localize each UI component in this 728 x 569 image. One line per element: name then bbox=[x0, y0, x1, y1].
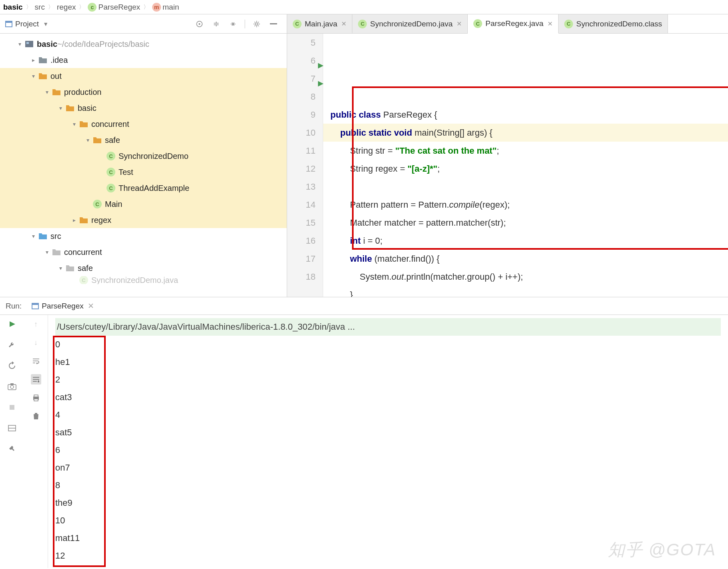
rerun2-icon[interactable] bbox=[7, 361, 17, 371]
stop-icon[interactable] bbox=[7, 402, 17, 413]
target-icon[interactable] bbox=[194, 19, 205, 29]
up-icon[interactable]: ↑ bbox=[31, 319, 41, 329]
close-icon[interactable]: ✕ bbox=[457, 20, 462, 28]
tree-row[interactable]: ▸.idea bbox=[0, 52, 287, 68]
console-line: 0 bbox=[55, 336, 721, 353]
close-icon[interactable]: ✕ bbox=[547, 20, 553, 28]
folder-open-icon bbox=[78, 216, 89, 224]
tree-row[interactable]: ▾src bbox=[0, 228, 287, 244]
folder-open-icon bbox=[38, 72, 48, 80]
hide-icon[interactable] bbox=[268, 19, 279, 29]
tree-row[interactable]: ▾safe bbox=[0, 260, 287, 276]
close-icon[interactable]: ✕ bbox=[88, 301, 94, 311]
tree-row[interactable]: ▾safe bbox=[0, 132, 287, 148]
trash-icon[interactable] bbox=[31, 411, 41, 421]
tree-arrow[interactable]: ▾ bbox=[83, 137, 92, 143]
tree-row[interactable]: CSynchronizedDemo bbox=[0, 148, 287, 164]
tree-label: safe bbox=[105, 136, 120, 145]
code-area[interactable]: public class ParseRegex { public static … bbox=[323, 34, 728, 297]
expand-icon[interactable] bbox=[211, 19, 221, 29]
breadcrumb: basic〉src〉regex〉cParseRegex〉mmain bbox=[0, 0, 728, 14]
gear-icon[interactable] bbox=[251, 19, 262, 29]
line-number: 15 bbox=[287, 214, 316, 232]
print-icon[interactable] bbox=[31, 393, 41, 403]
tree-row[interactable]: ▾concurrent bbox=[0, 116, 287, 132]
line-number: 8 bbox=[287, 88, 316, 106]
tree-row[interactable]: ▾out bbox=[0, 68, 287, 84]
line-number: 10 bbox=[287, 124, 316, 142]
project-label: Project bbox=[15, 20, 39, 28]
folder-open-icon bbox=[51, 88, 62, 96]
tree-row[interactable]: CSynchronizedDemo.java bbox=[0, 276, 287, 284]
tab-label: SynchronizedDemo.java bbox=[370, 20, 452, 28]
svg-rect-5 bbox=[270, 23, 277, 24]
tree-label: src bbox=[50, 232, 61, 241]
editor-tab[interactable]: CSynchronizedDemo.java✕ bbox=[352, 14, 468, 33]
tree-row[interactable]: ▾basic ~/code/IdeaProjects/basic bbox=[0, 36, 287, 52]
editor-tab[interactable]: CMain.java✕ bbox=[287, 14, 352, 33]
folder-icon bbox=[51, 248, 62, 256]
line-number: 5 bbox=[287, 34, 316, 52]
tree-arrow[interactable]: ▸ bbox=[70, 217, 78, 223]
project-tree[interactable]: ▾basic ~/code/IdeaProjects/basic▸.idea▾o… bbox=[0, 34, 287, 297]
editor-pane: CMain.java✕CSynchronizedDemo.java✕CParse… bbox=[287, 14, 728, 297]
tree-arrow[interactable]: ▸ bbox=[29, 57, 38, 63]
chevron-down-icon[interactable]: ▼ bbox=[43, 21, 48, 27]
tree-row[interactable]: CThreadAddExample bbox=[0, 180, 287, 196]
close-icon[interactable]: ✕ bbox=[341, 20, 346, 28]
line-number: 16 bbox=[287, 232, 316, 250]
code-line: System.out.println(matcher.group() + i++… bbox=[330, 268, 728, 286]
console-cmd: /Users/cutey/Library/Java/JavaVirtualMac… bbox=[55, 318, 721, 336]
project-icon bbox=[5, 20, 13, 28]
line-number: 7 bbox=[287, 70, 316, 88]
run-config-name[interactable]: ParseRegex bbox=[42, 302, 84, 311]
wrap-icon[interactable] bbox=[31, 356, 41, 366]
editor-tab[interactable]: CParseRegex.java✕ bbox=[468, 14, 559, 34]
project-sidebar: Project ▼ ▾basic ~/code/IdeaProjects/bas… bbox=[0, 14, 287, 297]
tree-row[interactable]: CMain bbox=[0, 196, 287, 212]
tree-label: Test bbox=[119, 168, 133, 177]
collapse-icon[interactable] bbox=[228, 19, 238, 29]
tree-arrow[interactable]: ▾ bbox=[42, 89, 51, 95]
tree-path: ~/code/IdeaProjects/basic bbox=[57, 40, 149, 49]
tree-row[interactable]: ▾basic bbox=[0, 100, 287, 116]
tree-row[interactable]: ▾concurrent bbox=[0, 244, 287, 260]
breadcrumb-item[interactable]: main bbox=[163, 3, 179, 12]
svg-rect-13 bbox=[10, 405, 14, 410]
tree-arrow[interactable]: ▾ bbox=[70, 121, 78, 127]
breadcrumb-item[interactable]: ParseRegex bbox=[98, 3, 140, 12]
wrench-icon[interactable] bbox=[7, 340, 17, 350]
breadcrumb-item[interactable]: basic bbox=[3, 3, 23, 12]
down-icon[interactable]: ↓ bbox=[31, 337, 41, 348]
rerun-icon[interactable] bbox=[7, 319, 17, 329]
class-icon: C bbox=[358, 20, 367, 28]
tree-label: safe bbox=[78, 264, 93, 273]
line-number: 14 bbox=[287, 196, 316, 214]
scroll-icon[interactable] bbox=[31, 374, 41, 385]
tree-arrow[interactable]: ▾ bbox=[29, 73, 38, 79]
run-marker-icon[interactable]: ▶ bbox=[318, 56, 324, 74]
tab-label: Main.java bbox=[305, 20, 337, 28]
pin-icon[interactable] bbox=[7, 444, 17, 454]
tree-arrow[interactable]: ▾ bbox=[56, 265, 65, 271]
layout-icon[interactable] bbox=[7, 423, 17, 433]
breadcrumb-item[interactable]: regex bbox=[57, 3, 76, 12]
console-line: on7 bbox=[55, 459, 721, 477]
tab-label: SynchronizedDemo.class bbox=[576, 20, 662, 28]
svg-rect-18 bbox=[34, 399, 38, 401]
tree-arrow[interactable]: ▾ bbox=[56, 105, 65, 111]
tree-row[interactable]: CTest bbox=[0, 164, 287, 180]
tree-arrow[interactable]: ▾ bbox=[42, 249, 51, 255]
breadcrumb-item[interactable]: src bbox=[35, 3, 45, 12]
line-number: 12 bbox=[287, 160, 316, 178]
console-output[interactable]: /Users/cutey/Library/Java/JavaVirtualMac… bbox=[48, 315, 728, 568]
tree-label: basic bbox=[37, 40, 57, 49]
camera-icon[interactable] bbox=[7, 381, 17, 392]
tree-arrow[interactable]: ▾ bbox=[29, 233, 38, 239]
run-marker-icon[interactable]: ▶ bbox=[318, 74, 324, 92]
project-header: Project ▼ bbox=[0, 14, 287, 34]
editor-tab[interactable]: CSynchronizedDemo.class bbox=[559, 14, 668, 33]
tree-row[interactable]: ▸regex bbox=[0, 212, 287, 228]
tree-row[interactable]: ▾production bbox=[0, 84, 287, 100]
tree-arrow[interactable]: ▾ bbox=[15, 41, 24, 47]
